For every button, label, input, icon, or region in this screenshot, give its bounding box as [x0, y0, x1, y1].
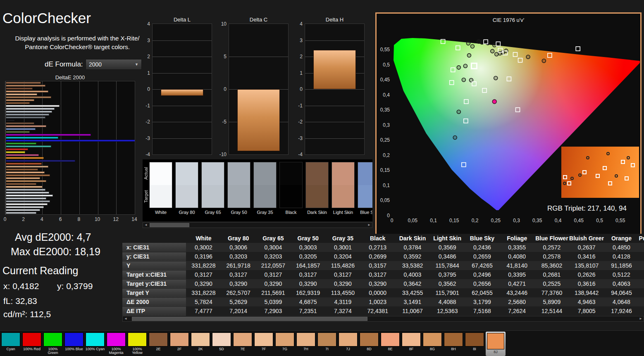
cie-diagram-panel: CIE 1976 u'v': [375, 12, 642, 239]
patch-label: Gray 35: [253, 210, 277, 215]
toolbar-swatch[interactable]: 8D: [359, 332, 379, 356]
toolbar-swatch[interactable]: 8H: [444, 332, 463, 356]
toolbar-swatch[interactable]: 8I: [465, 332, 484, 356]
color-swatch: [149, 332, 168, 347]
table-cell: 5,7824: [186, 297, 221, 306]
color-swatch: [86, 332, 105, 347]
table-corner: [122, 234, 186, 243]
gridline: [153, 40, 212, 41]
patch-label: Gray 80: [175, 210, 198, 215]
y-tick-label: 0: [291, 86, 303, 92]
deltae-bar: [6, 203, 48, 205]
patch-column: Gray 65: [201, 162, 224, 215]
column-header: Dark Skin: [395, 234, 430, 243]
row-header: y: CIE31: [122, 252, 186, 261]
description-text: Display analysis is performed with the X…: [10, 34, 145, 51]
toolbar-swatch[interactable]: 100% Cyan: [85, 332, 105, 356]
table-cell: 0,0000: [360, 288, 395, 297]
table-cell: 115,7844: [430, 261, 465, 270]
table-cell: 0,4080: [500, 252, 534, 261]
table-cell: 2,5680: [500, 297, 534, 306]
toolbar-swatch[interactable]: 8F: [401, 332, 421, 356]
toolbar-swatch[interactable]: 7H: [296, 332, 316, 356]
table-cell: 62,0455: [465, 288, 499, 297]
inset-target-point: [567, 181, 571, 185]
color-swatch: [423, 332, 442, 347]
deltae-x-tick-label: 0: [1, 216, 9, 222]
toolbar-swatch[interactable]: 100% Blue: [64, 332, 84, 356]
scroll-left-icon[interactable]: ◄: [143, 223, 149, 228]
toolbar-swatch[interactable]: 2E: [148, 332, 168, 356]
table-cell: 115,7901: [430, 288, 465, 297]
table-row: Y331,8228261,9718212,0557164,1857115,482…: [122, 261, 644, 270]
table-cell: 0,3486: [430, 252, 465, 261]
rgb-triplet-caption: RGB Triplet: 217, 140, 94: [537, 204, 637, 213]
deltae-bar: [6, 206, 44, 208]
toolbar-swatch[interactable]: 100% Red: [22, 332, 42, 356]
patch-column: Light Skin: [332, 162, 355, 215]
gridline: [153, 138, 212, 139]
cie-measured-point: [457, 66, 460, 69]
swatch-label: 2K: [191, 347, 210, 351]
color-swatch: [339, 332, 358, 347]
deltae-bar: [6, 192, 49, 194]
toolbar-swatch[interactable]: 7G: [275, 332, 295, 356]
delta-bar: [313, 50, 356, 89]
gridline: [229, 57, 288, 57]
toolbar-swatch[interactable]: 7J: [338, 332, 358, 356]
toolbar-swatch[interactable]: 2F: [169, 332, 189, 356]
cie-x-tick-label: 0,3: [510, 218, 524, 223]
deltae-bar: [6, 209, 40, 211]
table-cell: 0,3569: [430, 243, 465, 252]
toolbar-swatch[interactable]: 7I: [317, 332, 337, 356]
patch-strip-scrollbar[interactable]: ◄ ►: [143, 222, 372, 228]
table-cell: 12,5363: [430, 306, 465, 316]
table-cell: 0,3001: [325, 243, 360, 252]
toolbar-swatch[interactable]: 7F: [254, 332, 274, 356]
y-tick-label: 1: [291, 70, 303, 76]
de-formula-dropdown[interactable]: 2000 ▼: [86, 59, 142, 70]
toolbar-swatch[interactable]: 100% Magenta: [106, 332, 126, 356]
toolbar-swatch[interactable]: 8J: [486, 332, 506, 356]
row-header: Target Y: [122, 288, 186, 297]
toolbar-swatch[interactable]: 8E: [380, 332, 400, 356]
table-cell: 115,4826: [325, 261, 360, 270]
table-cell: 0,2124: [639, 243, 644, 252]
deltae-bar: [6, 157, 44, 159]
deltae-bar: [6, 114, 49, 116]
table-cell: 0,3196: [186, 252, 221, 261]
table-cell: 0,3642: [395, 279, 430, 288]
scroll-left-icon[interactable]: ◄: [123, 316, 129, 321]
toolbar-swatch[interactable]: 100% Green: [43, 332, 63, 356]
deltae-bar: [6, 108, 55, 110]
table-scrollbar[interactable]: ◄ ►: [122, 316, 644, 322]
column-header: Gray 35: [325, 234, 360, 243]
page-title: ColorChecker: [2, 10, 91, 26]
toolbar-swatch[interactable]: Cyan: [1, 332, 21, 356]
swatch-label: 100% Red: [22, 347, 42, 351]
toolbar-swatch[interactable]: 7E: [233, 332, 253, 356]
color-swatch: [381, 332, 400, 347]
scrollbar-thumb[interactable]: [150, 223, 189, 227]
toolbar-swatch[interactable]: 5D: [212, 332, 231, 356]
table-cell: 262,5707: [221, 288, 256, 297]
color-swatch: [43, 332, 62, 347]
toolbar-swatch[interactable]: 100% Yellow: [127, 332, 147, 356]
table-cell: 0,3204: [325, 252, 360, 261]
deltae-bar: [6, 171, 45, 173]
row-header: Target x:CIE31: [122, 270, 186, 279]
toolbar-swatch[interactable]: 2K: [191, 332, 210, 356]
scrollbar-track[interactable]: [129, 316, 638, 321]
swatch-label: 7I: [317, 347, 337, 351]
scroll-right-icon[interactable]: ►: [366, 223, 372, 228]
cie-title: CIE 1976 u'v': [377, 17, 640, 23]
scroll-right-icon[interactable]: ►: [638, 316, 644, 321]
delta-c-title: Delta C: [229, 17, 289, 23]
cie-target-point: [576, 47, 580, 51]
cie-measured-point: [457, 110, 460, 114]
scrollbar-track[interactable]: [149, 223, 366, 228]
deltae-bar: [6, 212, 36, 214]
toolbar-swatch[interactable]: 8G: [422, 332, 442, 356]
deltae-bar: [6, 154, 39, 156]
scrollbar-thumb[interactable]: [132, 317, 367, 321]
